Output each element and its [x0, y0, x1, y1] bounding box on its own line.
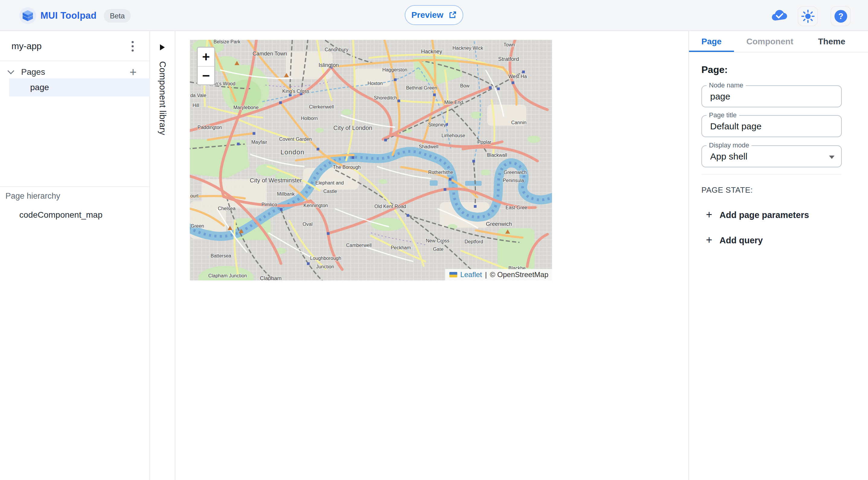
map-place-label: Islington [318, 62, 339, 68]
project-menu-button[interactable] [126, 38, 138, 55]
pages-section-label: Pages [21, 67, 45, 77]
map-place-label: New Cross [426, 238, 450, 243]
map-place-label: Clapham Junction [208, 273, 247, 278]
map-place-label: Shadwell [419, 144, 438, 149]
map-place-label: Haggerston [382, 67, 407, 72]
plus-icon: + [706, 235, 712, 245]
map-place-label: Limehouse [441, 133, 465, 138]
map-zoom-control: + − [197, 47, 215, 85]
sync-status-button[interactable] [770, 7, 789, 25]
toolpad-logo [19, 7, 36, 24]
sidebar-divider [0, 186, 149, 187]
add-page-parameters-label: Add page parameters [719, 210, 809, 220]
map-place-label: Bethnal Green [406, 85, 437, 91]
map-place-label: East Gree [505, 205, 527, 210]
add-page-button[interactable]: + [126, 65, 140, 79]
node-name-field: Node name [702, 85, 842, 107]
inspector-tabs: Page Component Theme [689, 31, 868, 53]
external-link-icon [448, 11, 457, 19]
ukraine-flag-icon [450, 272, 457, 277]
map-place-label: Greenwich [504, 170, 527, 175]
map-place-label: Holborn [301, 116, 318, 121]
map-place-label: Belsize Park [214, 40, 241, 44]
attribution-separator: | [485, 270, 487, 279]
map-place-label: Pimlico [261, 202, 277, 207]
map-component[interactable]: Belsize ParkCamden TownCanonburyIslingto… [190, 40, 552, 280]
zoom-in-button[interactable]: + [198, 48, 214, 66]
hierarchy-item-code-component-map[interactable]: codeComponent_map [19, 210, 103, 220]
help-button[interactable]: ? [831, 6, 851, 26]
map-place-label: Millbank [277, 192, 295, 197]
page-item-label: page [30, 82, 49, 92]
map-place-label: Shoreditch [374, 95, 397, 100]
map-place-label: Green [191, 224, 204, 229]
map-place-label: Town [503, 42, 515, 47]
dropdown-caret-icon [829, 156, 835, 159]
map-place-label: The Borough [333, 165, 361, 170]
component-library-label: Component library [158, 61, 167, 135]
map-place-label: Mile End [444, 100, 463, 105]
leaflet-link[interactable]: Leaflet [460, 270, 482, 279]
map-place-label: Marylebone [233, 105, 259, 110]
map-place-label: Stepney [428, 122, 446, 127]
map-place-label: Hackney Wick [453, 45, 483, 50]
openstreetmap-credit[interactable]: © OpenStreetMap [490, 270, 548, 279]
map-place-label: Camden Town [253, 50, 287, 57]
toolpad-logo-icon [22, 10, 33, 22]
map-place-label: Covent Garden [279, 137, 312, 142]
map-place-label: Loughborough [310, 256, 341, 261]
pages-section-header[interactable]: Pages + [0, 65, 149, 79]
map-place-label: London [280, 148, 304, 156]
explorer-sidebar: my-app Pages + page Page hierarchy codeC… [0, 31, 150, 480]
map-place-label: Canonbury [325, 47, 348, 52]
page-heading: Page: [702, 64, 728, 75]
display-mode-value: App shell [710, 146, 747, 167]
map-place-label: Clerkenwell [309, 104, 334, 109]
map-place-label: Elephant and [315, 180, 344, 185]
map-place-label: Peninsula [503, 178, 524, 183]
svg-text:?: ? [838, 12, 843, 21]
beta-badge: Beta [104, 9, 131, 23]
sidebar-item-page[interactable]: page [9, 78, 150, 97]
tab-theme[interactable]: Theme [806, 31, 858, 52]
zoom-out-button[interactable]: − [198, 66, 214, 84]
map-place-label: Blackwall [487, 152, 507, 158]
tab-component[interactable]: Component [734, 31, 806, 52]
map-place-label: City of London [334, 125, 372, 131]
map-place-label: Kennington [304, 203, 328, 208]
light-mode-sun-icon [801, 10, 814, 23]
inspector-divider [702, 174, 842, 175]
map-place-label: Junction [316, 264, 334, 269]
map-place-label: Cannin [511, 120, 527, 125]
map-place-label: Castle [323, 189, 337, 194]
leaflet-map: Belsize ParkCamden TownCanonburyIslingto… [190, 40, 552, 280]
map-place-label: Bow [460, 83, 470, 88]
preview-button-label: Preview [411, 10, 443, 20]
app-title: MUI Toolpad [40, 0, 97, 31]
display-mode-field[interactable]: Display mode App shell [702, 145, 842, 167]
map-place-label: Battersea [211, 253, 231, 259]
map-place-label: Deptford [464, 239, 483, 244]
theme-toggle-button[interactable] [798, 6, 818, 26]
preview-button[interactable]: Preview [405, 5, 463, 25]
top-app-bar: MUI Toolpad Beta Preview ? [0, 0, 868, 31]
map-place-label: ourt [190, 193, 198, 198]
map-place-label: Chelsea [218, 206, 236, 211]
map-place-label: Hoxton [368, 81, 383, 86]
map-place-label: Mayfair [251, 140, 268, 145]
component-library-panel[interactable]: Component library [150, 31, 175, 480]
map-attribution: Leaflet | © OpenStreetMap [445, 269, 552, 280]
page-hierarchy-label: Page hierarchy [5, 192, 60, 201]
map-place-label: Rotherhithe [428, 170, 453, 175]
map-place-label: Peckham [391, 245, 411, 250]
map-place-label: Paddington [198, 125, 222, 130]
tab-page[interactable]: Page [689, 31, 734, 52]
project-row: my-app [0, 31, 149, 61]
add-query-button[interactable]: + Add query [706, 236, 763, 245]
map-place-label: Hill [192, 103, 199, 108]
page-canvas: Belsize ParkCamden TownCanonburyIslingto… [175, 31, 688, 480]
add-query-label: Add query [719, 236, 763, 245]
map-place-label: Camberwell [346, 243, 372, 248]
page-title-label: Page title [707, 111, 739, 119]
add-page-parameters-button[interactable]: + Add page parameters [706, 210, 809, 220]
